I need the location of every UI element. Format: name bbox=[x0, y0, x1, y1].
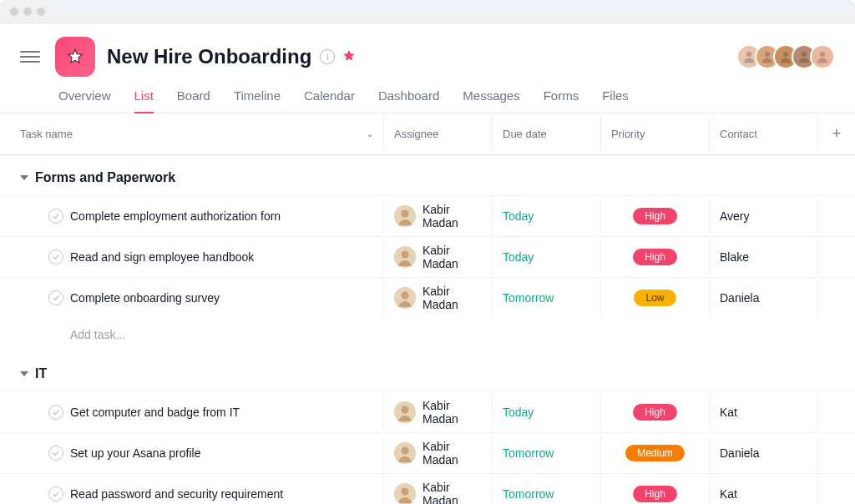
tab-messages[interactable]: Messages bbox=[463, 88, 519, 113]
task-name-cell[interactable]: Set up your Asana profile bbox=[0, 436, 384, 471]
row-extra-cell bbox=[818, 395, 855, 430]
window-dot bbox=[23, 8, 32, 16]
contact-name: Kat bbox=[720, 406, 737, 419]
due-date-cell[interactable]: Today bbox=[493, 395, 601, 430]
row-extra-cell bbox=[818, 436, 855, 471]
window-dot bbox=[10, 8, 18, 16]
section-header[interactable]: Forms and Paperwork bbox=[0, 155, 855, 195]
member-avatars[interactable] bbox=[743, 44, 835, 69]
contact-cell[interactable]: Avery bbox=[710, 199, 818, 234]
svg-point-2 bbox=[783, 52, 788, 57]
favorite-star-icon[interactable] bbox=[341, 48, 357, 66]
due-date-cell[interactable]: Tomorrow bbox=[493, 436, 601, 471]
svg-point-12 bbox=[402, 406, 409, 414]
row-extra-cell bbox=[818, 239, 855, 275]
contact-cell[interactable]: Daniela bbox=[710, 436, 818, 471]
column-assignee[interactable]: Assignee bbox=[384, 116, 493, 152]
contact-cell[interactable]: Blake bbox=[710, 239, 818, 275]
priority-cell[interactable]: Medium bbox=[601, 436, 710, 471]
contact-cell[interactable]: Kat bbox=[710, 476, 818, 504]
complete-check-icon[interactable] bbox=[48, 249, 63, 265]
tab-timeline[interactable]: Timeline bbox=[234, 88, 281, 113]
task-name-cell[interactable]: Complete employment authorization forn bbox=[0, 199, 384, 234]
assignee-avatar bbox=[394, 205, 416, 227]
row-extra-cell bbox=[818, 280, 855, 315]
complete-check-icon[interactable] bbox=[48, 209, 63, 224]
section-header[interactable]: IT bbox=[0, 351, 855, 391]
tab-calendar[interactable]: Calendar bbox=[304, 88, 355, 113]
column-label: Task name bbox=[20, 128, 73, 140]
priority-cell[interactable]: High bbox=[601, 199, 710, 234]
svg-point-0 bbox=[746, 52, 751, 57]
priority-cell[interactable]: High bbox=[601, 476, 710, 504]
complete-check-icon[interactable] bbox=[48, 446, 63, 461]
priority-cell[interactable]: High bbox=[601, 239, 710, 275]
svg-point-16 bbox=[402, 488, 409, 496]
task-row[interactable]: Read and sign employee handbookKabir Mad… bbox=[0, 236, 855, 277]
contact-cell[interactable]: Daniela bbox=[710, 280, 818, 315]
tab-files[interactable]: Files bbox=[602, 88, 629, 113]
tab-list[interactable]: List bbox=[134, 88, 154, 113]
task-row[interactable]: Get computer and badge from ITKabir Mada… bbox=[0, 391, 855, 432]
assignee-name: Kabir Madan bbox=[422, 399, 482, 426]
tab-board[interactable]: Board bbox=[177, 88, 210, 113]
priority-pill: High bbox=[633, 208, 677, 224]
contact-cell[interactable]: Kat bbox=[710, 395, 818, 430]
column-priority[interactable]: Priority bbox=[601, 116, 710, 152]
task-name-cell[interactable]: Read password and security requirement bbox=[0, 476, 384, 504]
column-contact[interactable]: Contact bbox=[710, 116, 818, 152]
due-date-cell[interactable]: Tomorrow bbox=[493, 280, 601, 315]
assignee-name: Kabir Madan bbox=[422, 481, 482, 504]
due-date: Tomorrow bbox=[503, 291, 554, 305]
priority-cell[interactable]: Low bbox=[601, 280, 710, 315]
complete-check-icon[interactable] bbox=[48, 405, 63, 420]
row-extra-cell bbox=[818, 476, 855, 504]
task-row[interactable]: Complete onboarding surveyKabir MadanTom… bbox=[0, 277, 855, 318]
avatar[interactable] bbox=[810, 44, 835, 69]
caret-down-icon bbox=[20, 175, 28, 180]
column-task-name[interactable]: Task name ⌄ bbox=[0, 116, 384, 152]
task-row[interactable]: Complete employment authorization fornKa… bbox=[0, 195, 855, 236]
priority-pill: High bbox=[633, 404, 677, 421]
complete-check-icon[interactable] bbox=[48, 290, 63, 305]
task-name-cell[interactable]: Complete onboarding survey bbox=[0, 280, 384, 315]
tab-overview[interactable]: Overview bbox=[58, 88, 111, 113]
assignee-cell[interactable]: Kabir Madan bbox=[384, 278, 493, 318]
plus-icon: + bbox=[832, 125, 842, 143]
task-name: Get computer and badge from IT bbox=[70, 406, 240, 419]
columns-header: Task name ⌄ Assignee Due date Priority C… bbox=[0, 113, 855, 155]
assignee-cell[interactable]: Kabir Madan bbox=[384, 196, 493, 236]
info-icon[interactable]: i bbox=[320, 49, 335, 64]
assignee-cell[interactable]: Kabir Madan bbox=[384, 392, 493, 432]
contact-name: Avery bbox=[720, 209, 750, 223]
add-column-button[interactable]: + bbox=[818, 113, 855, 154]
caret-down-icon bbox=[20, 371, 28, 376]
chevron-down-icon[interactable]: ⌄ bbox=[367, 129, 373, 139]
browser-chrome bbox=[0, 0, 855, 23]
task-row[interactable]: Set up your Asana profileKabir MadanTomo… bbox=[0, 432, 855, 473]
due-date-cell[interactable]: Today bbox=[493, 239, 601, 275]
assignee-cell[interactable]: Kabir Madan bbox=[384, 433, 493, 473]
task-row[interactable]: Read password and security requirementKa… bbox=[0, 473, 855, 504]
assignee-name: Kabir Madan bbox=[422, 285, 482, 311]
add-task-button[interactable]: Add task... bbox=[0, 318, 855, 351]
tab-dashboard[interactable]: Dashboard bbox=[378, 88, 439, 113]
project-title: New Hire Onboarding bbox=[107, 45, 311, 68]
assignee-cell[interactable]: Kabir Madan bbox=[384, 237, 493, 277]
complete-check-icon[interactable] bbox=[48, 486, 63, 501]
task-name: Complete onboarding survey bbox=[70, 291, 220, 305]
star-icon bbox=[66, 48, 84, 66]
priority-cell[interactable]: High bbox=[601, 395, 710, 430]
menu-button[interactable] bbox=[20, 47, 40, 67]
due-date-cell[interactable]: Tomorrow bbox=[493, 476, 601, 504]
due-date: Today bbox=[503, 406, 534, 419]
assignee-cell[interactable]: Kabir Madan bbox=[384, 474, 493, 504]
assignee-avatar bbox=[394, 442, 416, 464]
due-date-cell[interactable]: Today bbox=[493, 199, 601, 234]
column-label: Priority bbox=[611, 128, 645, 140]
task-name-cell[interactable]: Read and sign employee handbook bbox=[0, 239, 384, 275]
column-due-date[interactable]: Due date bbox=[493, 116, 601, 152]
task-name-cell[interactable]: Get computer and badge from IT bbox=[0, 395, 384, 430]
project-header: New Hire Onboarding i bbox=[0, 23, 855, 77]
tab-forms[interactable]: Forms bbox=[544, 88, 579, 113]
